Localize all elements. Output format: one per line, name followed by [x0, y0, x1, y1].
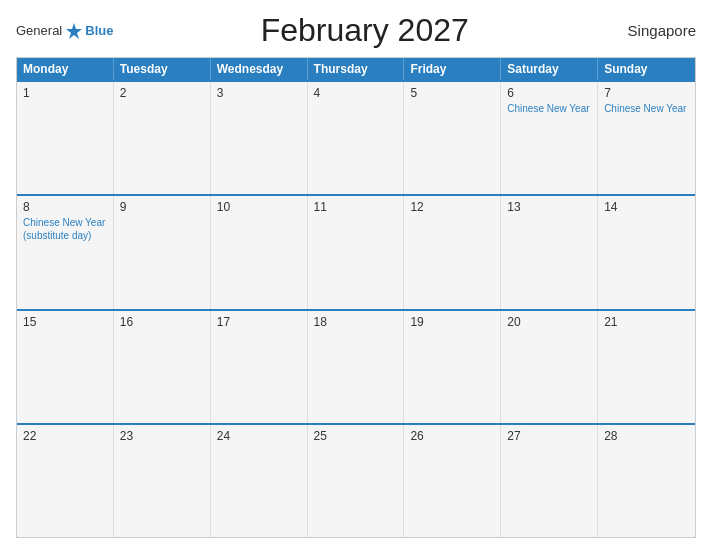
day-number: 20: [507, 315, 591, 329]
week-row-2: 8Chinese New Year (substitute day)910111…: [17, 194, 695, 308]
calendar-cell-13: 13: [501, 196, 598, 308]
calendar-cell-16: 16: [114, 311, 211, 423]
calendar-cell-27: 27: [501, 425, 598, 537]
day-number: 25: [314, 429, 398, 443]
day-number: 4: [314, 86, 398, 100]
day-number: 16: [120, 315, 204, 329]
calendar-cell-12: 12: [404, 196, 501, 308]
calendar-cell-21: 21: [598, 311, 695, 423]
day-number: 6: [507, 86, 591, 100]
day-number: 2: [120, 86, 204, 100]
calendar-title: February 2027: [113, 12, 616, 49]
day-number: 27: [507, 429, 591, 443]
calendar-cell-1: 1: [17, 82, 114, 194]
day-header-tuesday: Tuesday: [114, 58, 211, 80]
day-number: 22: [23, 429, 107, 443]
calendar-cell-18: 18: [308, 311, 405, 423]
day-number: 5: [410, 86, 494, 100]
day-number: 7: [604, 86, 689, 100]
day-header-thursday: Thursday: [308, 58, 405, 80]
day-number: 26: [410, 429, 494, 443]
day-header-monday: Monday: [17, 58, 114, 80]
calendar-cell-15: 15: [17, 311, 114, 423]
calendar-grid: MondayTuesdayWednesdayThursdayFridaySatu…: [16, 57, 696, 538]
calendar-cell-24: 24: [211, 425, 308, 537]
svg-marker-0: [66, 23, 82, 39]
day-number: 23: [120, 429, 204, 443]
calendar-cell-9: 9: [114, 196, 211, 308]
calendar-cell-4: 4: [308, 82, 405, 194]
week-row-3: 15161718192021: [17, 309, 695, 423]
calendar-cell-17: 17: [211, 311, 308, 423]
calendar-cell-22: 22: [17, 425, 114, 537]
day-header-wednesday: Wednesday: [211, 58, 308, 80]
week-row-4: 22232425262728: [17, 423, 695, 537]
day-number: 18: [314, 315, 398, 329]
calendar-cell-20: 20: [501, 311, 598, 423]
day-number: 11: [314, 200, 398, 214]
day-header-saturday: Saturday: [501, 58, 598, 80]
day-number: 28: [604, 429, 689, 443]
day-number: 19: [410, 315, 494, 329]
logo-flag-icon: [65, 22, 83, 40]
country-label: Singapore: [616, 22, 696, 39]
calendar-cell-3: 3: [211, 82, 308, 194]
week-row-1: 123456Chinese New Year7Chinese New Year: [17, 80, 695, 194]
day-number: 21: [604, 315, 689, 329]
calendar-cell-7: 7Chinese New Year: [598, 82, 695, 194]
calendar-cell-28: 28: [598, 425, 695, 537]
calendar-cell-11: 11: [308, 196, 405, 308]
day-number: 13: [507, 200, 591, 214]
header: General Blue February 2027 Singapore: [16, 12, 696, 49]
calendar-cell-10: 10: [211, 196, 308, 308]
day-header-sunday: Sunday: [598, 58, 695, 80]
logo: General Blue: [16, 22, 113, 40]
cell-event: Chinese New Year: [507, 102, 591, 115]
calendar-page: General Blue February 2027 Singapore Mon…: [0, 0, 712, 550]
day-number: 17: [217, 315, 301, 329]
cell-event: Chinese New Year: [604, 102, 689, 115]
logo-blue-text: Blue: [85, 23, 113, 38]
calendar-cell-25: 25: [308, 425, 405, 537]
calendar-cell-5: 5: [404, 82, 501, 194]
day-number: 9: [120, 200, 204, 214]
calendar-cell-8: 8Chinese New Year (substitute day): [17, 196, 114, 308]
day-number: 8: [23, 200, 107, 214]
cell-event: Chinese New Year (substitute day): [23, 216, 107, 242]
day-number: 12: [410, 200, 494, 214]
logo-general-text: General: [16, 23, 62, 38]
day-number: 24: [217, 429, 301, 443]
day-number: 10: [217, 200, 301, 214]
calendar-cell-2: 2: [114, 82, 211, 194]
day-number: 3: [217, 86, 301, 100]
calendar-cell-23: 23: [114, 425, 211, 537]
calendar-header: MondayTuesdayWednesdayThursdayFridaySatu…: [17, 58, 695, 80]
day-number: 14: [604, 200, 689, 214]
day-header-friday: Friday: [404, 58, 501, 80]
calendar-cell-26: 26: [404, 425, 501, 537]
calendar-cell-19: 19: [404, 311, 501, 423]
calendar-cell-14: 14: [598, 196, 695, 308]
day-number: 15: [23, 315, 107, 329]
calendar-cell-6: 6Chinese New Year: [501, 82, 598, 194]
calendar-body: 123456Chinese New Year7Chinese New Year8…: [17, 80, 695, 537]
day-number: 1: [23, 86, 107, 100]
